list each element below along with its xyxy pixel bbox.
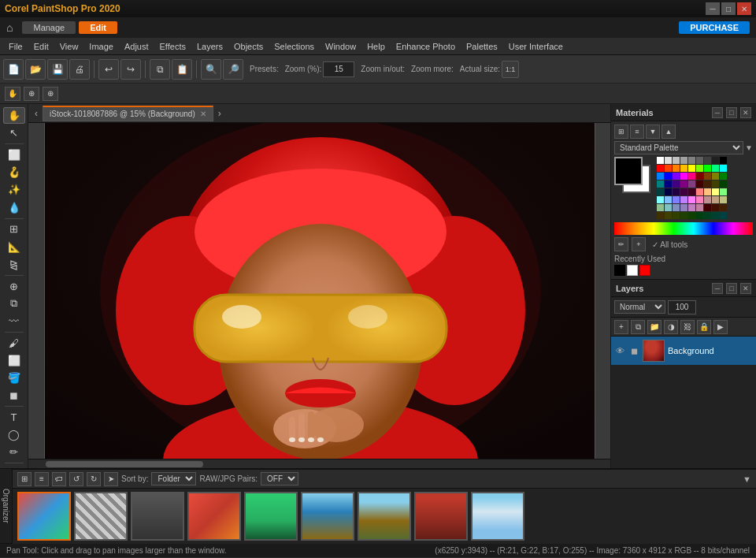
edit-button[interactable]: Edit — [79, 21, 117, 34]
film-item-7[interactable] — [358, 492, 411, 541]
undo-button[interactable]: ↩ — [98, 59, 119, 80]
color-swatch-0-7[interactable] — [712, 157, 719, 164]
color-swatch-1-7[interactable] — [712, 165, 719, 172]
color-swatch-6-2[interactable] — [673, 204, 680, 211]
color-swatch-5-0[interactable] — [657, 196, 664, 203]
canvas-hscroll[interactable] — [28, 459, 610, 468]
layer-visible-icon[interactable]: 👁 — [614, 345, 625, 356]
canvas-tab[interactable]: iStock-1018087886 @ 15% (Background) ✕ — [43, 106, 213, 121]
film-item-6[interactable] — [301, 492, 354, 541]
color-swatch-2-2[interactable] — [673, 173, 680, 180]
fs-grid-btn[interactable]: ⊞ — [17, 472, 32, 486]
color-swatch-5-3[interactable] — [680, 196, 687, 203]
smudge-tool[interactable]: 〰 — [3, 313, 25, 329]
color-swatch-3-6[interactable] — [704, 180, 711, 188]
zoom-out-button[interactable]: 🔎 — [223, 59, 243, 80]
color-swatch-4-2[interactable] — [673, 188, 680, 195]
color-swatch-3-2[interactable] — [673, 180, 680, 188]
color-swatch-7-0[interactable] — [657, 212, 664, 219]
edit-pencil-btn[interactable]: ✏ — [614, 237, 628, 251]
maximize-button[interactable]: □ — [721, 2, 736, 15]
color-swatch-5-8[interactable] — [720, 196, 727, 203]
color-swatch-7-3[interactable] — [680, 212, 687, 219]
color-swatch-4-7[interactable] — [712, 188, 719, 195]
mask-layer-btn[interactable]: ◑ — [664, 320, 678, 334]
recent-swatch-1[interactable] — [614, 265, 625, 276]
color-swatch-3-0[interactable] — [657, 180, 664, 188]
color-swatch-1-6[interactable] — [704, 165, 711, 172]
color-swatch-3-4[interactable] — [688, 180, 695, 188]
more-layer-btn[interactable]: ▶ — [713, 320, 728, 334]
mat-save-btn[interactable]: ▲ — [662, 125, 676, 139]
color-swatch-4-6[interactable] — [704, 188, 711, 195]
color-swatch-0-0[interactable] — [657, 157, 664, 164]
menu-item-view[interactable]: View — [54, 40, 84, 53]
eyedropper[interactable]: 💧 — [3, 199, 25, 215]
marquee-tool[interactable]: ⬜ — [3, 147, 25, 163]
color-swatch-2-1[interactable] — [665, 173, 672, 180]
menu-item-palettes[interactable]: Palettes — [461, 40, 503, 53]
color-swatch-6-6[interactable] — [704, 204, 711, 211]
color-swatch-6-4[interactable] — [688, 204, 695, 211]
palette-select[interactable]: Standard Palette — [614, 141, 743, 154]
print-button[interactable]: 🖨 — [69, 59, 90, 80]
color-swatch-7-1[interactable] — [665, 212, 672, 219]
menu-item-adjust[interactable]: Adjust — [119, 40, 154, 53]
materials-minimize[interactable]: ─ — [712, 107, 723, 118]
recent-swatch-3[interactable] — [639, 265, 650, 276]
color-swatch-5-7[interactable] — [712, 196, 719, 203]
layers-close[interactable]: ✕ — [740, 283, 751, 294]
lasso-tool[interactable]: 🪝 — [3, 164, 25, 180]
color-swatch-5-2[interactable] — [673, 196, 680, 203]
color-swatch-2-7[interactable] — [712, 173, 719, 180]
menu-item-layers[interactable]: Layers — [191, 40, 228, 53]
tab-nav-right[interactable]: › — [215, 108, 224, 119]
color-swatch-3-7[interactable] — [712, 180, 719, 188]
color-swatch-0-3[interactable] — [680, 157, 687, 164]
menu-item-help[interactable]: Help — [361, 40, 391, 53]
menu-item-objects[interactable]: Objects — [228, 40, 269, 53]
color-swatch-2-6[interactable] — [704, 173, 711, 180]
opacity-input[interactable] — [668, 300, 696, 314]
menu-item-enhance-photo[interactable]: Enhance Photo — [391, 40, 461, 53]
perspective-tool[interactable]: ⧎ — [3, 256, 25, 273]
color-swatch-1-1[interactable] — [665, 165, 672, 172]
pan-tool[interactable]: ✋ — [3, 107, 25, 124]
fill-tool[interactable]: 🪣 — [3, 370, 25, 386]
color-swatch-6-1[interactable] — [665, 204, 672, 211]
new-layer-btn[interactable]: + — [614, 320, 628, 334]
sort-select[interactable]: Folder — [151, 472, 196, 485]
menu-item-user-interface[interactable]: User Interface — [503, 40, 569, 53]
color-swatch-2-8[interactable] — [720, 173, 727, 180]
color-swatch-1-4[interactable] — [688, 165, 695, 172]
redo-button[interactable]: ↪ — [120, 59, 141, 80]
color-swatch-2-4[interactable] — [688, 173, 695, 180]
menu-item-edit[interactable]: Edit — [28, 40, 54, 53]
color-swatch-4-1[interactable] — [665, 188, 672, 195]
film-item-1[interactable] — [17, 492, 71, 541]
layer-row[interactable]: 👁 ◼ Background — [611, 337, 756, 365]
color-swatch-1-2[interactable] — [673, 165, 680, 172]
organizer-tab[interactable]: Organizer — [0, 469, 13, 543]
color-swatch-2-0[interactable] — [657, 173, 664, 180]
color-swatch-5-1[interactable] — [665, 196, 672, 203]
fs-arrow-btn[interactable]: ➤ — [104, 472, 118, 486]
color-swatch-3-8[interactable] — [720, 180, 727, 188]
film-item-3[interactable] — [131, 492, 184, 541]
tab-nav-left[interactable]: ‹ — [32, 108, 41, 119]
crop-tool[interactable]: ⊞ — [3, 221, 25, 237]
save-button[interactable]: 💾 — [47, 59, 68, 80]
film-item-5[interactable] — [244, 492, 298, 541]
menu-item-file[interactable]: File — [3, 40, 28, 53]
color-swatch-0-5[interactable] — [696, 157, 703, 164]
blend-mode-select[interactable]: Normal — [614, 300, 665, 314]
magic-wand[interactable]: ✨ — [3, 181, 25, 198]
materials-close[interactable]: ✕ — [740, 107, 751, 118]
color-swatch-0-6[interactable] — [704, 157, 711, 164]
copy-layer-btn[interactable]: ⧉ — [631, 320, 645, 334]
fs-tag-btn[interactable]: 🏷 — [52, 472, 66, 486]
menu-item-image[interactable]: Image — [83, 40, 119, 53]
film-item-9[interactable] — [471, 492, 524, 541]
color-swatch-7-4[interactable] — [688, 212, 695, 219]
color-swatch-6-8[interactable] — [720, 204, 727, 211]
